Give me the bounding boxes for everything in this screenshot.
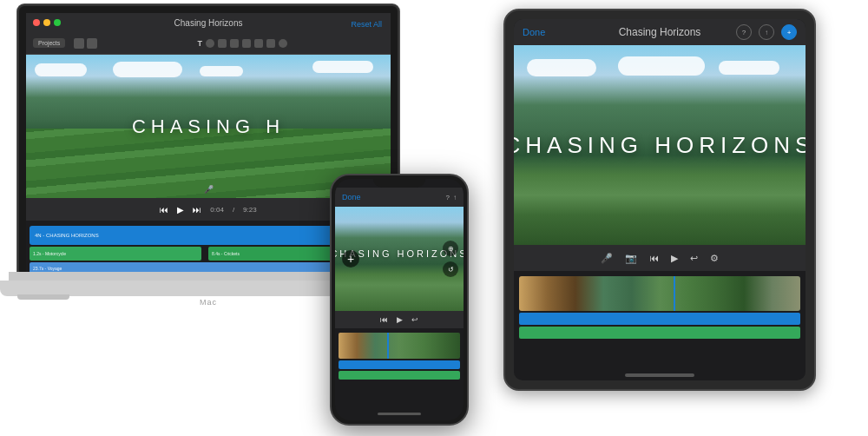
iphone-undo-icon[interactable]: ↩ (411, 315, 418, 324)
iphone-playhead (387, 333, 389, 359)
ipad-undo-icon[interactable]: ↩ (690, 253, 698, 264)
iphone-play-icon[interactable]: ▶ (397, 315, 403, 324)
iphone-crop-icon[interactable]: ⊕ (443, 241, 458, 256)
iphone-question-icon[interactable]: ? (446, 194, 450, 201)
iphone-add-btn[interactable]: + (342, 250, 359, 268)
macbook-title: Chasing Horizons (174, 18, 243, 28)
ipad-clouds (514, 52, 806, 96)
projects-btn[interactable]: Projects (33, 38, 65, 48)
ipad-screen: Done Chasing Horizons ? ↑ + (514, 19, 806, 380)
cloud-3 (200, 66, 243, 76)
ipad-preview: CHASING HORIZONS (514, 45, 806, 245)
ipad-preview-title: CHASING HORIZONS (514, 132, 806, 159)
titlebar-dots (33, 19, 61, 26)
play-btn[interactable]: ▶ (177, 205, 184, 215)
iphone-screen: Done ? ↑ CHASING HORIZONS + ⊕ ↺ (335, 179, 464, 420)
macbook-titlebar: Chasing Horizons Reset All (26, 13, 391, 32)
iphone-overlay-icons: ⊕ ↺ (443, 241, 458, 277)
iphone-titlebar: Done ? ↑ (335, 188, 464, 207)
close-dot[interactable] (33, 19, 40, 26)
tool-icon-3 (230, 39, 239, 48)
time-separator: / (233, 206, 234, 214)
scene: Chasing Horizons Reset All Projects T (0, 0, 868, 436)
time-current: 0:04 (210, 206, 224, 214)
text-tool-icon[interactable]: T (197, 39, 202, 48)
track2-label: 8.4s - Crickets (208, 251, 240, 256)
tool-icon-6 (266, 39, 275, 48)
skip-back-btn[interactable]: ⏮ (160, 205, 168, 215)
iphone-notch (373, 175, 425, 188)
ipad-settings-icon[interactable]: ⚙ (710, 253, 719, 264)
ipad-cloud-2 (618, 56, 705, 76)
ipad-home-indicator (625, 373, 694, 377)
audio-track-1[interactable]: 1.2s - Motorcycle (30, 247, 201, 261)
main-track-label: 4N - CHASING HORIZONS (35, 233, 99, 238)
track1-label: 1.2s - Motorcycle (30, 251, 66, 256)
minimize-dot[interactable] (43, 19, 50, 26)
ipad-audio-track-2[interactable] (519, 327, 800, 339)
ipad-title: Chasing Horizons (619, 26, 701, 38)
macbook-preview-title: CHASING H (132, 116, 285, 138)
iphone-share-icon[interactable]: ↑ (453, 194, 457, 201)
maximize-dot[interactable] (54, 19, 61, 26)
iphone-body: Done ? ↑ CHASING HORIZONS + ⊕ ↺ (330, 174, 469, 426)
ipad-share-icon[interactable]: ↑ (759, 24, 774, 40)
iphone-rotate-icon[interactable]: ↺ (443, 261, 458, 277)
cloud-1 (35, 63, 87, 76)
iphone-home-indicator (378, 413, 421, 415)
voyage-label: 23.7s - Voyage (30, 266, 62, 271)
ipad-cloud-3 (719, 61, 779, 75)
tool-icon-4 (242, 39, 251, 48)
tool-icon-1 (206, 39, 214, 48)
macbook-foot-left (17, 294, 69, 300)
ipad-playhead (674, 276, 675, 311)
iphone-done-btn[interactable]: Done (342, 193, 361, 201)
macbook-toolbar: Projects T (26, 32, 391, 55)
skip-forward-btn[interactable]: ⏭ (193, 205, 201, 215)
iphone: Done ? ↑ CHASING HORIZONS + ⊕ ↺ (330, 174, 469, 426)
toolbar-icon-2 (87, 38, 97, 49)
ipad-play-icon[interactable]: ▶ (671, 253, 678, 264)
ipad-titlebar: Done Chasing Horizons ? ↑ + (514, 19, 806, 45)
ipad-add-icon[interactable]: + (781, 24, 797, 40)
iphone-timeline (335, 328, 464, 389)
reset-all-btn[interactable]: Reset All (351, 20, 382, 29)
mic-indicator: 🎤 (204, 185, 214, 194)
ipad-question-icon[interactable]: ? (736, 24, 752, 40)
ipad-body: Done Chasing Horizons ? ↑ + (503, 9, 816, 391)
macbook-brand-label: Mac (200, 298, 217, 307)
tool-icon-2 (218, 39, 227, 48)
iphone-video-track[interactable] (339, 333, 460, 359)
voyage-audio-track[interactable]: 23.7s - Voyage (30, 262, 358, 272)
ipad-camera-icon[interactable]: 📷 (625, 253, 637, 264)
ipad-done-btn[interactable]: Done (523, 27, 545, 37)
iphone-audio-track-2[interactable] (339, 371, 460, 380)
ipad-skip-back-icon[interactable]: ⏮ (649, 253, 659, 263)
ipad-video-track[interactable] (519, 276, 800, 311)
iphone-skip-back-icon[interactable]: ⏮ (380, 315, 388, 324)
cloud-2 (113, 62, 182, 77)
ipad-mic-icon[interactable]: 🎤 (601, 253, 613, 264)
toolbar-icon-1 (74, 38, 84, 49)
ipad-controls-bar: 🎤 📷 ⏮ ▶ ↩ ⚙ (514, 245, 806, 271)
iphone-audio-track-1[interactable] (339, 360, 460, 369)
ipad-timeline (514, 271, 806, 367)
iphone-header-icons: ? ↑ (446, 194, 457, 201)
clouds (26, 59, 391, 94)
cloud-4 (312, 61, 373, 73)
tool-icon-5 (254, 39, 263, 48)
iphone-preview: CHASING HORIZONS + ⊕ ↺ (335, 207, 464, 311)
iphone-controls: ⏮ ▶ ↩ (335, 311, 464, 328)
ipad: Done Chasing Horizons ? ↑ + (503, 9, 816, 408)
ipad-header-icons: ? ↑ + (736, 24, 797, 40)
ipad-cloud-1 (527, 59, 596, 76)
time-total: 9:23 (243, 206, 257, 214)
info-icon (279, 39, 287, 48)
ipad-audio-track-1[interactable] (519, 313, 800, 325)
